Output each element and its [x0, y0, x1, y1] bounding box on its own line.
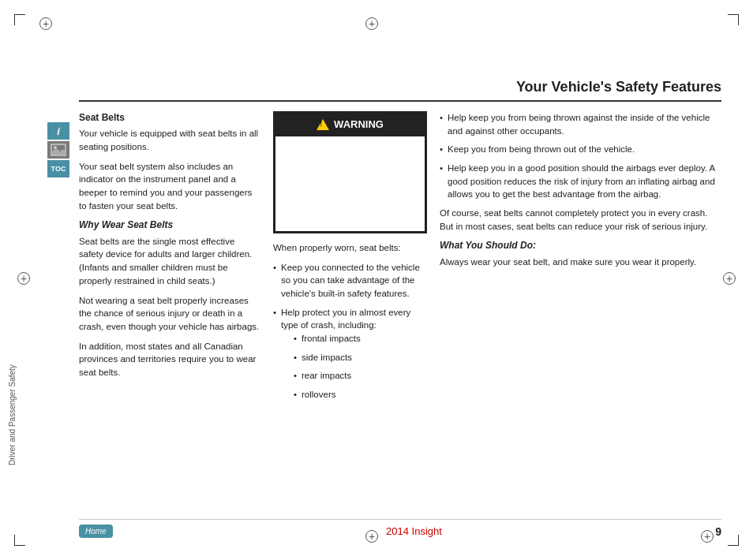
middle-column: WARNING When properly worn, seat belts: … — [273, 111, 427, 486]
middle-bullet-list: Keep you connected to the vehicle so you… — [273, 261, 427, 401]
intro-para: Your vehicle is equipped with seat belts… — [79, 127, 260, 153]
when-properly-worn: When properly worn, seat belts: — [273, 241, 427, 255]
footer: Home 2014 Insight 9 — [79, 519, 721, 538]
vertical-section-label: Driver and Passenger Safety — [8, 158, 17, 465]
sidebar-icon-info[interactable]: i — [47, 122, 69, 140]
crash-type-rollover: rollovers — [294, 388, 427, 401]
crash-type-side: side impacts — [294, 351, 427, 364]
right-column: Help keep you from being thrown against … — [440, 111, 721, 486]
warning-triangle-icon — [317, 119, 329, 130]
info-label: i — [57, 125, 60, 137]
main-content: Your Vehicle's Safety Features Seat Belt… — [79, 79, 721, 497]
always-wear-para: Always wear your seat belt, and make sur… — [440, 256, 721, 269]
corner-mark-tr — [723, 14, 739, 30]
bullet-connected: Keep you connected to the vehicle so you… — [273, 261, 427, 301]
bullet-protect: Help protect you in almost every type of… — [273, 306, 427, 401]
of-course-para: Of course, seat belts cannot completely … — [440, 207, 721, 233]
sidebar: i TOC — [47, 122, 79, 177]
warning-header: WARNING — [275, 114, 425, 136]
what-you-should-do-heading: What You Should Do: — [440, 239, 721, 252]
left-column: Seat Belts Your vehicle is equipped with… — [79, 111, 260, 486]
warning-box: WARNING — [273, 111, 427, 233]
page-number: 9 — [715, 525, 721, 538]
reg-mark-mid-left — [17, 272, 30, 285]
toc-label: TOC — [51, 165, 66, 173]
sidebar-icon-image[interactable] — [47, 141, 69, 159]
reg-mark-mid-right — [723, 272, 736, 285]
home-button[interactable]: Home — [79, 525, 113, 538]
bullet-thrown-out: Keep you from being thrown out of the ve… — [440, 143, 721, 156]
crash-types-list: frontal impacts side impacts rear impact… — [294, 332, 427, 401]
indicator-para: Your seat belt system also includes an i… — [79, 160, 260, 213]
effective-para: Seat belts are the single most effective… — [79, 235, 260, 288]
footer-title: 2014 Insight — [113, 525, 716, 537]
right-bullet-list: Help keep you from being thrown against … — [440, 111, 721, 201]
corner-mark-br — [723, 530, 739, 546]
sidebar-icon-toc[interactable]: TOC — [47, 160, 69, 177]
states-para: In addition, most states and all Canadia… — [79, 340, 260, 379]
columns-container: Seat Belts Your vehicle is equipped with… — [79, 111, 721, 486]
why-wear-heading: Why Wear Seat Belts — [79, 218, 260, 232]
reg-mark-top-center — [365, 17, 378, 30]
crash-type-frontal: frontal impacts — [294, 332, 427, 345]
seat-belts-heading: Seat Belts — [79, 111, 260, 125]
no-belt-para: Not wearing a seat belt properly increas… — [79, 294, 260, 334]
bullet-protect-text: Help protect you in almost every type of… — [281, 308, 410, 330]
corner-mark-tl — [14, 14, 30, 30]
corner-mark-bl — [14, 530, 30, 546]
bullet-good-position: Help keep you in a good position should … — [440, 162, 721, 201]
crash-type-rear: rear impacts — [294, 369, 427, 383]
page-title: Your Vehicle's Safety Features — [79, 79, 721, 102]
reg-mark-top-left — [39, 17, 52, 30]
warning-label: WARNING — [334, 118, 384, 133]
image-icon — [51, 144, 66, 156]
bullet-thrown-against: Help keep you from being thrown against … — [440, 111, 721, 137]
warning-body — [275, 136, 425, 231]
